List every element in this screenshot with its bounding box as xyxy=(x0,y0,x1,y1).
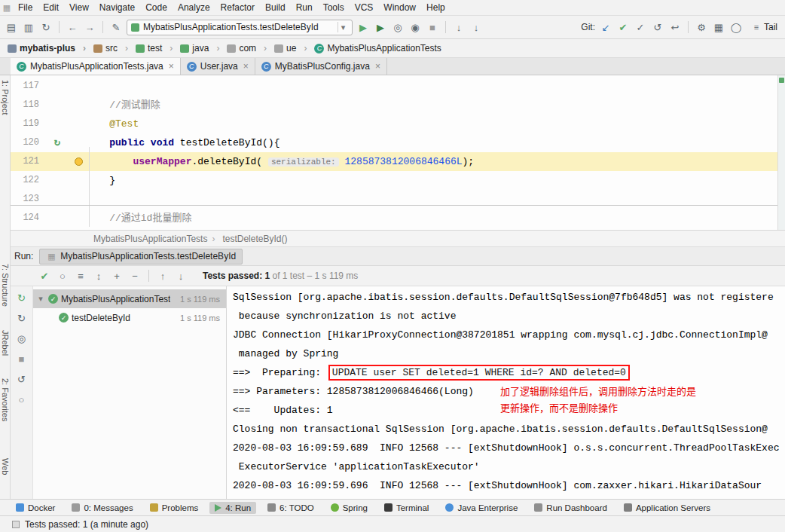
git-check-icon[interactable]: ✓ xyxy=(634,20,647,34)
toolwindow-problems[interactable]: Problems xyxy=(145,502,204,514)
debug-button[interactable]: ▶ xyxy=(374,20,387,34)
open-icon[interactable]: ▤ xyxy=(5,20,18,34)
toolwindow-application-servers[interactable]: Application Servers xyxy=(619,502,716,514)
line-number[interactable]: 122 xyxy=(11,171,44,190)
menu-navigate[interactable]: Navigate xyxy=(95,1,139,14)
close-icon[interactable]: × xyxy=(243,61,249,72)
toolwindow-structure[interactable]: 7: Structure xyxy=(1,264,10,307)
git-rollback-icon[interactable]: ↩ xyxy=(668,20,682,34)
toolwindow-web[interactable]: Web xyxy=(1,458,10,475)
menu-edit[interactable]: Edit xyxy=(38,1,63,14)
paint-icon[interactable]: ✎ xyxy=(109,20,123,34)
git-history-icon[interactable]: ↺ xyxy=(651,20,664,34)
tab-mybatisplusconfig[interactable]: C MyBatisPlusConfig.java × xyxy=(255,58,387,75)
show-passed-icon[interactable]: ✔ xyxy=(38,269,51,283)
rerun-failed-tests-icon[interactable]: ↻ xyxy=(15,311,29,325)
save-all-icon[interactable]: ▥ xyxy=(22,20,35,34)
code-text[interactable]: @Test xyxy=(86,115,785,133)
forward-icon[interactable]: → xyxy=(83,20,96,34)
menu-tools[interactable]: Tools xyxy=(319,1,349,14)
menu-view[interactable]: View xyxy=(65,1,93,14)
close-icon[interactable]: × xyxy=(375,61,380,72)
rerun-icon[interactable]: ↻ xyxy=(15,291,29,304)
code-text[interactable]: public void testDeleteById(){ xyxy=(86,133,785,152)
tail-button[interactable]: ≡ Tail xyxy=(751,22,780,32)
menu-build[interactable]: Build xyxy=(261,1,290,14)
line-number[interactable]: 117 xyxy=(11,77,44,96)
console-output[interactable]: SqlSession [org.apache.ibatis.session.de… xyxy=(227,286,785,499)
line-number[interactable]: 124 xyxy=(11,209,44,228)
breadcrumb-class[interactable]: C MybatisPlusApplicationTests xyxy=(311,41,444,55)
tab-mybatisplusapplicationtests[interactable]: C MybatisPlusApplicationTests.java × xyxy=(11,58,181,75)
sort-by-duration-icon[interactable]: ↕ xyxy=(92,269,105,283)
coverage-button[interactable]: ◎ xyxy=(391,20,405,34)
menu-refactor[interactable]: Refactor xyxy=(216,1,259,14)
menu-window[interactable]: Window xyxy=(379,1,420,14)
code-text[interactable] xyxy=(86,190,785,209)
toolwindow-java-enterprise[interactable]: Java Enterprise xyxy=(440,502,523,514)
menu-file[interactable]: File xyxy=(14,1,37,14)
sync-icon[interactable]: ↻ xyxy=(39,20,53,34)
menu-code[interactable]: Code xyxy=(141,1,172,14)
breadcrumb-test[interactable]: test xyxy=(133,41,176,55)
breadcrumb-java[interactable]: java xyxy=(177,41,222,55)
line-number[interactable]: 120 xyxy=(11,133,44,152)
toolwindow-todo[interactable]: 6: TODO xyxy=(262,502,319,514)
code-text[interactable]: //测试删除 xyxy=(86,96,785,115)
settings-icon[interactable]: ⚙ xyxy=(695,20,708,34)
run-button[interactable]: ▶ xyxy=(356,20,370,34)
toolwindow-jrebel[interactable]: JRebel xyxy=(1,330,10,356)
test-history-icon[interactable]: ↺ xyxy=(15,372,29,386)
line-number[interactable]: 123 xyxy=(11,190,44,209)
profiler-button[interactable]: ◉ xyxy=(408,20,422,34)
line-number[interactable]: 118 xyxy=(11,96,44,115)
toolwindow-terminal[interactable]: Terminal xyxy=(379,502,434,514)
close-icon[interactable]: × xyxy=(169,61,174,72)
code-text[interactable]: userMapper.deleteById( serializable: 128… xyxy=(86,152,785,171)
collapse-all-icon[interactable]: − xyxy=(128,269,142,283)
test-tree-item[interactable]: ✓ testDeleteById 1 s 119 ms xyxy=(33,308,226,327)
run-config-select[interactable]: MybatisPlusApplicationTests.testDeleteBy… xyxy=(127,20,353,35)
tab-user[interactable]: C User.java × xyxy=(181,58,255,75)
stop-button[interactable]: ■ xyxy=(426,20,439,34)
menu-run[interactable]: Run xyxy=(292,1,317,14)
editor-scrollbar[interactable] xyxy=(777,75,785,230)
attach-debugger-icon[interactable]: ↓ xyxy=(452,20,466,34)
test-tree-root[interactable]: ▾ ✓ MybatisPlusApplicationTest 1 s 119 m… xyxy=(33,289,226,308)
git-update-icon[interactable]: ↙ xyxy=(599,20,612,34)
toolwindow-favorites[interactable]: 2: Favorites xyxy=(1,378,10,421)
breadcrumb-project[interactable]: mybatis-plus xyxy=(5,41,89,55)
breadcrumb-src[interactable]: src xyxy=(90,41,131,55)
toolwindow-messages[interactable]: 0: Messages xyxy=(66,502,138,514)
toggle-auto-test-icon[interactable]: ◎ xyxy=(15,332,29,345)
intention-bulb-icon[interactable] xyxy=(75,157,83,166)
stop-icon[interactable]: ■ xyxy=(15,352,29,365)
menu-vcs[interactable]: VCS xyxy=(350,1,378,14)
run-tab[interactable]: ▦ MybatisPlusApplicationTests.testDelete… xyxy=(39,249,243,264)
line-number[interactable]: 121 xyxy=(11,152,44,171)
sort-alphabetically-icon[interactable]: ≡ xyxy=(74,269,87,283)
next-occurrence-icon[interactable]: ↓ xyxy=(174,269,188,283)
back-icon[interactable]: ← xyxy=(66,20,79,34)
breadcrumb-class[interactable]: MybatisPlusApplicationTests xyxy=(90,234,218,244)
code-text[interactable]: } xyxy=(86,171,785,190)
breadcrumb-com[interactable]: com xyxy=(224,41,270,55)
toolwindow-run-dashboard[interactable]: Run Dashboard xyxy=(529,502,612,514)
line-number[interactable]: 119 xyxy=(11,115,44,133)
toolwindow-run[interactable]: 4: Run xyxy=(209,502,256,514)
breadcrumb-ue[interactable]: ue xyxy=(271,41,310,55)
menu-analyze[interactable]: Analyze xyxy=(173,1,215,14)
toolwindow-spring[interactable]: Spring xyxy=(325,502,373,514)
previous-occurrence-icon[interactable]: ↑ xyxy=(156,269,170,283)
search-everywhere-icon[interactable]: ◯ xyxy=(729,20,743,34)
attach-profiler-icon[interactable]: ↓ xyxy=(469,20,483,34)
git-commit-icon[interactable]: ✔ xyxy=(616,20,630,34)
breadcrumb-method[interactable]: testDeleteById() xyxy=(219,234,290,244)
chevron-down-icon[interactable]: ▾ xyxy=(36,294,45,304)
show-ignored-icon[interactable]: ○ xyxy=(56,269,69,283)
code-editor[interactable]: 117 118 //测试删除 119 @Test 120 ↻ public vo… xyxy=(11,75,785,231)
code-text[interactable] xyxy=(86,77,785,96)
pin-tab-icon[interactable]: ○ xyxy=(15,393,29,406)
code-text[interactable]: //通过id批量删除 xyxy=(86,209,785,228)
toolwindow-project[interactable]: 1: Project xyxy=(1,80,10,115)
